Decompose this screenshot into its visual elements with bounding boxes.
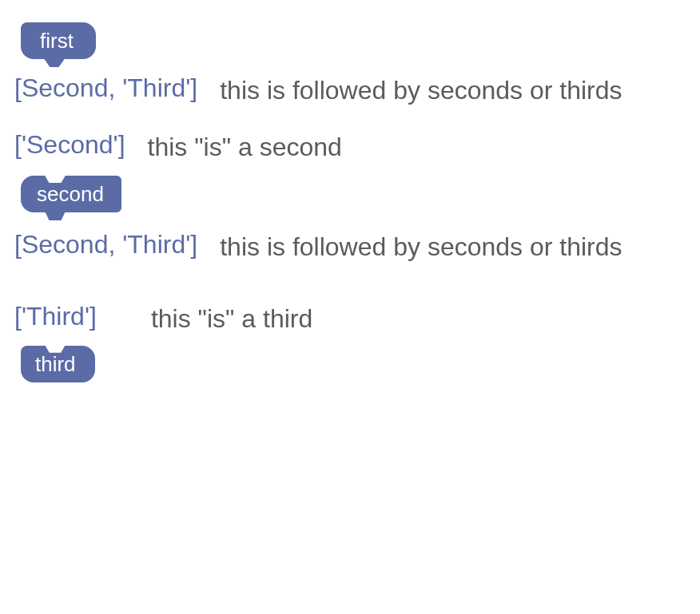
block-first[interactable]: first <box>21 22 96 59</box>
block-first-next-list: [Second, 'Third'] <box>14 73 197 103</box>
block-third-prev-row: ['Third'] this "is" a third <box>14 302 686 336</box>
block-third-prev-tooltip: this "is" a third <box>151 302 312 336</box>
blockly-flyout: first [Second, 'Third'] this is followed… <box>0 0 700 411</box>
block-second-next-list: [Second, 'Third'] <box>14 230 197 259</box>
block-second-prev-tooltip: this "is" a second <box>148 130 342 164</box>
block-third-wrap: third <box>21 346 686 382</box>
block-second-next-row: [Second, 'Third'] this is followed by se… <box>14 230 686 264</box>
block-second-prev-list: ['Second'] <box>14 130 125 160</box>
block-first-label: first <box>40 29 74 53</box>
block-first-wrap: first <box>21 22 686 59</box>
block-first-next-tooltip: this is followed by seconds or thirds <box>220 73 622 108</box>
block-second-label: second <box>37 182 104 206</box>
block-third-prev-list: ['Third'] <box>14 302 97 331</box>
block-third-label: third <box>35 352 76 376</box>
block-third[interactable]: third <box>21 346 95 382</box>
block-first-next-row: [Second, 'Third'] this is followed by se… <box>14 73 686 108</box>
block-second-wrap: second <box>21 176 686 212</box>
block-second-next-tooltip: this is followed by seconds or thirds <box>220 230 622 264</box>
block-second[interactable]: second <box>21 176 121 212</box>
block-second-prev-row: ['Second'] this "is" a second <box>14 130 686 164</box>
